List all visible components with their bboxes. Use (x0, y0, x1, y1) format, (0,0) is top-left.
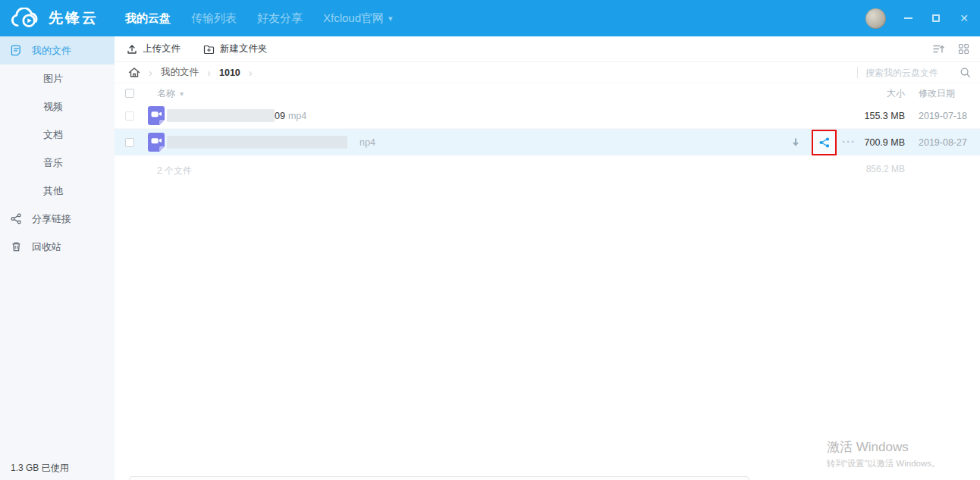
close-button[interactable]: ✕ (958, 12, 970, 24)
minimize-button[interactable] (902, 12, 914, 24)
chevron-right-icon: › (249, 67, 253, 78)
list-view-sort-icon[interactable] (932, 43, 945, 55)
new-folder-button[interactable]: 新建文件夹 (203, 42, 268, 55)
row-checkbox[interactable] (125, 138, 134, 147)
file-size: 155.3 MB (821, 111, 905, 121)
maximize-button[interactable] (930, 12, 942, 24)
breadcrumb: › 我的文件 › 1010 › (115, 62, 980, 83)
view-controls (932, 43, 969, 55)
column-header-size[interactable]: 大小 (821, 87, 905, 100)
video-file-icon (148, 133, 165, 152)
windows-activation-watermark: 激活 Windows 转到“设置”以激活 Windows。 (827, 438, 941, 469)
sidebar-item-other[interactable]: 其他 (0, 177, 115, 205)
table-summary: 2 个文件 856.2 MB (115, 155, 980, 183)
file-row[interactable]: np4 ··· 700.9 MB 2019- (115, 129, 980, 155)
trash-icon (11, 241, 22, 253)
file-extension: np4 (360, 137, 375, 148)
close-icon: ✕ (960, 13, 969, 24)
minimize-icon (904, 17, 912, 19)
upload-icon (127, 44, 137, 55)
sidebar-item-label: 我的文件 (32, 44, 71, 58)
sidebar-item-label: 文档 (43, 128, 63, 142)
main-nav: 我的云盘 传输列表 好友分享 Xfcloud官网 ▾ (125, 11, 393, 26)
column-header-date[interactable]: 修改日期 (919, 87, 980, 100)
sidebar-item-my-files[interactable]: 我的文件 (0, 36, 115, 64)
file-count: 2 个文件 (157, 165, 192, 177)
file-extension: mp4 (288, 111, 306, 121)
bottom-sheet-edge (129, 476, 749, 480)
watermark-subtitle: 转到“设置”以激活 Windows。 (827, 458, 941, 469)
download-icon[interactable] (790, 136, 801, 148)
breadcrumb-current-folder[interactable]: 1010 (219, 67, 240, 78)
total-size: 856.2 MB (821, 164, 905, 174)
sidebar-item-recycle-bin[interactable]: 回收站 (0, 233, 115, 261)
home-icon[interactable] (128, 67, 140, 78)
upload-file-button[interactable]: 上传文件 (127, 42, 181, 55)
sidebar-item-label: 音乐 (43, 156, 63, 170)
maximize-icon (932, 14, 940, 22)
sidebar-item-label: 视频 (43, 100, 63, 114)
new-folder-icon (203, 44, 215, 55)
sidebar-item-music[interactable]: 音乐 (0, 149, 115, 177)
tab-transfer-list[interactable]: 传输列表 (191, 11, 237, 26)
user-avatar[interactable] (865, 8, 886, 29)
file-size: 700.9 MB (821, 137, 905, 148)
chevron-right-icon: › (207, 67, 211, 78)
row-checkbox[interactable] (125, 111, 134, 121)
tab-my-cloud-drive[interactable]: 我的云盘 (125, 11, 171, 26)
sidebar-item-label: 回收站 (32, 240, 61, 254)
select-all-checkbox[interactable] (125, 89, 134, 98)
chevron-right-icon: › (149, 67, 152, 78)
sidebar-item-images[interactable]: 图片 (0, 64, 115, 93)
file-row[interactable]: 09 mp4 155.3 MB 2019-07-18 (115, 103, 980, 129)
video-file-icon (148, 106, 165, 125)
breadcrumb-my-files[interactable]: 我的文件 (161, 66, 199, 79)
sidebar-item-share-links[interactable]: 分享链接 (0, 205, 115, 233)
topbar-right: ✕ (865, 0, 970, 36)
share-nodes-icon (11, 213, 22, 224)
sort-caret-icon: ▾ (180, 89, 184, 98)
app-window: 先锋云 我的云盘 传输列表 好友分享 Xfcloud官网 ▾ ✕ (0, 0, 980, 480)
watermark-title: 激活 Windows (827, 438, 941, 456)
table-header: 名称 ▾ 大小 修改日期 (115, 83, 980, 103)
search-box (857, 67, 971, 78)
tab-friend-shares[interactable]: 好友分享 (257, 11, 303, 26)
sidebar-item-videos[interactable]: 视频 (0, 93, 115, 121)
search-icon[interactable] (960, 67, 971, 78)
app-logo: 先锋云 (0, 8, 115, 30)
file-name: 09 (275, 111, 285, 121)
tab-official-site[interactable]: Xfcloud官网 ▾ (323, 11, 393, 26)
file-icon (11, 45, 22, 56)
chevron-down-icon: ▾ (388, 14, 393, 24)
cloud-play-logo-icon (10, 8, 42, 30)
main-panel: 上传文件 新建文件夹 (115, 36, 980, 480)
toolbar: 上传文件 新建文件夹 (115, 36, 980, 62)
sidebar-item-label: 分享链接 (32, 212, 71, 226)
topbar: 先锋云 我的云盘 传输列表 好友分享 Xfcloud官网 ▾ ✕ (0, 0, 980, 36)
app-title: 先锋云 (49, 8, 99, 28)
search-input[interactable] (865, 67, 958, 78)
sidebar-item-label: 其他 (43, 184, 63, 198)
redacted-file-name (167, 136, 347, 149)
sidebar: 我的文件 图片 视频 文档 音乐 其他 分享链接 (0, 36, 115, 480)
sidebar-item-label: 图片 (43, 72, 63, 86)
file-date: 2019-08-27 (919, 137, 980, 148)
divider (857, 67, 858, 78)
storage-usage: 1.3 GB 已使用 (11, 462, 69, 475)
file-date: 2019-07-18 (919, 111, 980, 121)
grid-view-icon[interactable] (958, 43, 969, 55)
redacted-file-name (167, 109, 275, 122)
column-header-name[interactable]: 名称 ▾ (157, 87, 184, 100)
sidebar-item-documents[interactable]: 文档 (0, 121, 115, 149)
